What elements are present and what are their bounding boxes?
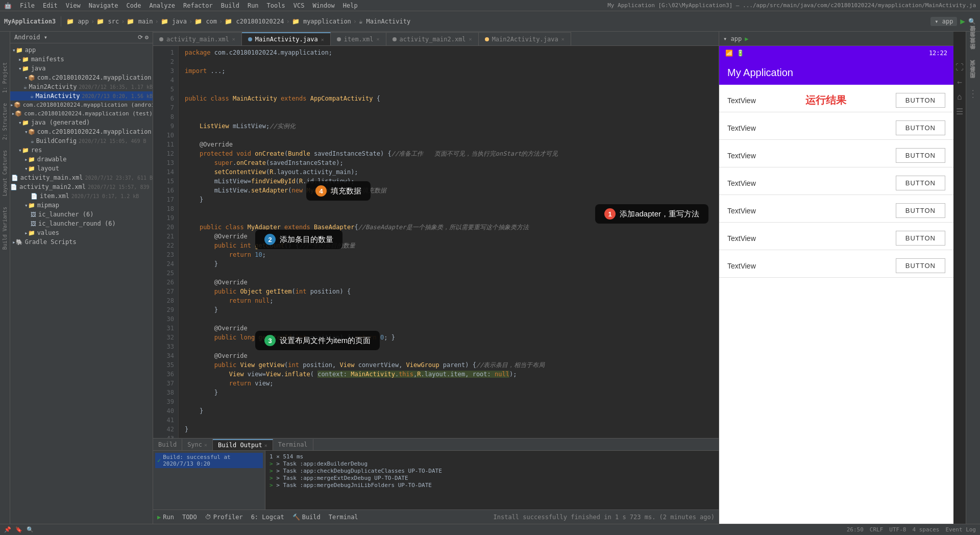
close-tab-icon[interactable]: ✕ <box>469 36 472 42</box>
logcat-btn[interactable]: 6: Logcat <box>251 514 284 521</box>
bc-app[interactable]: 📁 app <box>66 18 89 25</box>
pin-icon[interactable]: 📌 <box>4 526 11 533</box>
phone-button-2[interactable]: BUTTON <box>896 120 945 135</box>
profiler-btn[interactable]: ⏱ Profiler <box>205 514 243 521</box>
tab-activity-main-xml[interactable]: activity_main.xml ✕ <box>153 32 242 45</box>
menu-refactor[interactable]: Refactor <box>183 2 213 9</box>
build-success-item[interactable]: ✓ Build: successful at 2020/7/13 0:20 <box>155 453 263 468</box>
fullscreen-icon[interactable]: ⛶ <box>955 62 964 72</box>
sync-icon[interactable]: ⟳ <box>138 34 143 41</box>
build-output-tab[interactable]: Build Output ✕ <box>213 439 273 450</box>
menu-view[interactable]: View <box>66 2 81 9</box>
bc-java[interactable]: 📁 java <box>161 18 187 25</box>
phone-button-4[interactable]: BUTTON <box>896 176 945 190</box>
tree-ic-launcher-round[interactable]: 🖼 ic_launcher_round (6) <box>10 219 153 228</box>
tree-activity-main[interactable]: 📄 activity_main.xml 2020/7/12 23:37, 611… <box>10 173 153 182</box>
build-tab[interactable]: Build <box>153 439 182 450</box>
todo-btn[interactable]: TODO <box>182 514 197 521</box>
menu-vcs[interactable]: VCS <box>293 2 305 9</box>
phone-button-6[interactable]: BUTTON <box>896 231 945 246</box>
layout-captures-tab[interactable]: Layout Captures <box>2 150 8 196</box>
tree-java[interactable]: ▾📁 java <box>10 64 153 73</box>
bc-package[interactable]: 📁 c201801020224 <box>225 18 284 25</box>
code-editor[interactable]: package com.c201801020224.myapplication;… <box>179 46 719 438</box>
bc-myapp[interactable]: 📁 myapplication <box>292 18 351 25</box>
menu-window[interactable]: Window <box>312 2 334 9</box>
settings-icon[interactable]: ⚙ <box>145 34 149 41</box>
tree-package-test2[interactable]: ▸📦 com.c201801020224.myapplication (test… <box>10 109 153 118</box>
terminal-tab[interactable]: Terminal <box>273 439 313 450</box>
tab-mainactivity-java[interactable]: MainActivity.java ✕ <box>242 32 331 45</box>
tree-java-generated[interactable]: ▾📁 java (generated) <box>10 118 153 127</box>
tree-values[interactable]: ▸📁 values <box>10 228 153 237</box>
tree-package-test[interactable]: ▸📦 com.c201801020224.myapplication (andr… <box>10 101 153 109</box>
tree-activity-main2[interactable]: 📄 activity_main2.xml 2020/7/12 15:57, 83… <box>10 182 153 191</box>
menu-code[interactable]: Code <box>127 2 141 9</box>
phone-button-1[interactable]: BUTTON <box>896 93 945 108</box>
search-icon[interactable]: 🔍 <box>27 526 34 533</box>
tree-item-xml[interactable]: 📄 item.xml 2020/7/13 0:17, 1.2 kB <box>10 191 153 201</box>
encoding[interactable]: UTF-8 <box>889 526 906 533</box>
close-tab-icon[interactable]: ✕ <box>321 37 324 42</box>
home-icon[interactable]: ⌂ <box>957 92 962 102</box>
phone-button-7[interactable]: BUTTON <box>896 258 945 273</box>
back-icon[interactable]: ← <box>957 77 962 87</box>
bc-mainactivity[interactable]: ☕ MainActivity <box>359 18 410 25</box>
build-btn[interactable]: 🔨 Build <box>292 514 321 521</box>
close-build-output-icon[interactable]: ✕ <box>264 443 267 448</box>
close-sync-icon[interactable]: ✕ <box>204 442 207 448</box>
menu-analyze[interactable]: Analyze <box>149 2 175 9</box>
emulator-run-icon[interactable]: ▶ <box>745 35 748 42</box>
tree-buildconfig[interactable]: ☕ BuildConfig 2020/7/12 15:05, 469 B <box>10 136 153 145</box>
event-log-btn[interactable]: Event Log <box>945 526 976 533</box>
run-config[interactable]: ▾ app <box>930 17 957 26</box>
close-tab-icon[interactable]: ✕ <box>377 36 380 42</box>
tree-package-main[interactable]: ▾📦 com.c201801020224.myapplication <box>10 73 153 82</box>
run-btn[interactable]: ▶ <box>960 16 965 26</box>
menu-navigate[interactable]: Navigate <box>89 2 118 9</box>
menu-build[interactable]: Build <box>221 2 239 9</box>
menu-run[interactable]: Run <box>248 2 259 9</box>
tree-gradle[interactable]: ▸🐘 Gradle Scripts <box>10 237 153 247</box>
indent-setting[interactable]: 4 spaces <box>912 526 939 533</box>
menu-file[interactable]: File <box>20 2 35 9</box>
run-config-dropdown[interactable]: ▾ app <box>723 35 742 42</box>
recent-icon[interactable]: ☰ <box>956 107 963 116</box>
tree-mipmap[interactable]: ▾📁 mipmap <box>10 201 153 210</box>
install-apk-btn[interactable]: 安装APK <box>969 60 977 70</box>
more-btn[interactable]: ··· <box>970 89 976 99</box>
menu-edit[interactable]: Edit <box>43 2 58 9</box>
bc-src[interactable]: 📁 src <box>96 18 119 25</box>
phone-button-5[interactable]: BUTTON <box>896 203 945 218</box>
close-tab-icon[interactable]: ✕ <box>561 36 565 42</box>
tree-layout[interactable]: ▾📁 layout <box>10 164 153 173</box>
phone-button-3[interactable]: BUTTON <box>896 148 945 163</box>
search-everywhere-icon[interactable]: 🔍 <box>968 18 976 25</box>
line-ending[interactable]: CRLF <box>870 526 884 533</box>
menu-tools[interactable]: Tools <box>267 2 285 9</box>
tree-main2activity[interactable]: ☕ Main2Activity 2020/7/12 16:35, 1.17 kB <box>10 82 153 91</box>
bookmark-icon[interactable]: 🔖 <box>15 526 22 533</box>
android-dropdown[interactable]: Android ▾ <box>14 34 47 41</box>
editor-area[interactable]: 12345 678910 1112131415 1617181920 21222… <box>153 46 719 438</box>
project-panel-tab[interactable]: 1: Project <box>2 62 8 93</box>
run-action-btn[interactable]: ▶ Run <box>157 514 174 521</box>
tree-mainactivity[interactable]: ☕ MainActivity 2020/7/13 0:20, 1.56 kB <box>10 91 153 101</box>
tree-drawable[interactable]: ▸📁 drawable <box>10 155 153 164</box>
tab-item-xml[interactable]: item.xml ✕ <box>331 32 386 45</box>
tab-activity-main2-xml[interactable]: activity_main2.xml ✕ <box>386 32 479 45</box>
build-variants-tab[interactable]: Build Variants <box>2 207 8 250</box>
structure-panel-tab[interactable]: 2: Structure <box>2 103 8 140</box>
tree-res[interactable]: ▾📁 res <box>10 145 153 155</box>
bc-main[interactable]: 📁 main <box>127 18 153 25</box>
tree-app[interactable]: ▾📁 app <box>10 45 153 55</box>
tree-ic-launcher[interactable]: 🖼 ic_launcher (6) <box>10 210 153 219</box>
sync-tab[interactable]: Sync ✕ <box>182 439 213 450</box>
bc-com[interactable]: 📁 com <box>194 18 217 25</box>
menu-help[interactable]: Help <box>343 2 358 9</box>
tree-package-gen[interactable]: ▾📦 com.c201801020224.myapplication <box>10 127 153 136</box>
close-tab-icon[interactable]: ✕ <box>232 36 235 42</box>
tab-main2activity-java[interactable]: Main2Activity.java ✕ <box>479 32 571 45</box>
terminal-btn[interactable]: Terminal <box>329 514 358 521</box>
tree-manifests[interactable]: ▸📁 manifests <box>10 55 153 64</box>
